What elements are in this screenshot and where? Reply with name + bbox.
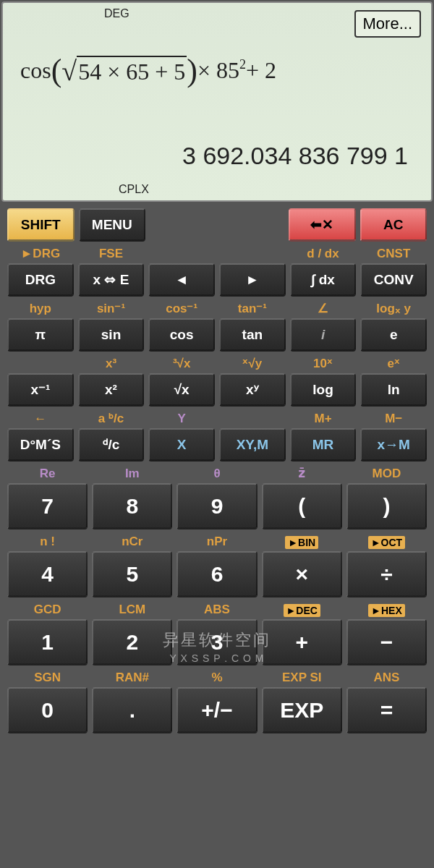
x-squared-button[interactable]: x² [78, 373, 145, 407]
dms-button[interactable]: D°M´S [7, 428, 74, 461]
decimal-button[interactable]: . [92, 687, 172, 733]
tan-button[interactable]: tan [219, 318, 286, 352]
sqrt-button[interactable]: √x [148, 373, 215, 407]
alt-labels-6: n ! nCr nPr ►BIN ►OCT [3, 532, 431, 549]
log-button[interactable]: log [290, 373, 357, 407]
result-display: 3 692.034 836 799 1 [182, 142, 408, 170]
digit-6-button[interactable]: 6 [176, 551, 257, 597]
x-to-m-button[interactable]: x→M [360, 428, 427, 461]
x-e-button[interactable]: x ⇔ E [78, 263, 145, 297]
drg-button[interactable]: DRG [7, 263, 74, 297]
digit-1-button[interactable]: 1 [7, 619, 88, 665]
close-paren-button[interactable]: ) [346, 483, 427, 529]
expression-display: cos(√54 × 65 + 5) × 852 + 2 [20, 52, 276, 89]
mr-button[interactable]: MR [290, 428, 357, 461]
conv-button[interactable]: CONV [360, 263, 427, 297]
keypad: SHIFT MENU ⬅✕ AC ►DRG FSE d / dx CNST DR… [0, 203, 434, 739]
sign-button[interactable]: +/− [176, 687, 257, 733]
x-inverse-button[interactable]: x⁻¹ [7, 373, 74, 407]
integral-button[interactable]: ∫ dx [290, 263, 357, 297]
e-button[interactable]: e [360, 318, 427, 352]
multiply-button[interactable]: × [262, 551, 342, 597]
all-clear-button[interactable]: AC [360, 208, 427, 242]
x-power-y-button[interactable]: xʸ [219, 373, 286, 407]
angle-mode-label: DEG [104, 7, 129, 20]
backspace-icon: ⬅✕ [310, 217, 333, 232]
alt-labels-4: ← a ᵇ/c Y M+ M− [3, 409, 431, 426]
alt-labels-8: SGN RAN# % EXP SI ANS [3, 668, 431, 685]
plus-button[interactable]: + [262, 619, 342, 665]
alt-labels-1: ►DRG FSE d / dx CNST [3, 244, 431, 261]
menu-button[interactable]: MENU [79, 208, 146, 242]
alt-labels-3: x³ ³√x ˣ√y 10ˣ eˣ [3, 354, 431, 371]
digit-4-button[interactable]: 4 [7, 551, 88, 597]
digit-8-button[interactable]: 8 [92, 483, 172, 529]
exp-button[interactable]: EXP [262, 687, 342, 733]
i-button[interactable]: i [290, 318, 357, 352]
open-paren-button[interactable]: ( [262, 483, 342, 529]
more-button[interactable]: More... [354, 10, 421, 38]
equals-button[interactable]: = [346, 687, 427, 733]
display-panel: DEG More... cos(√54 × 65 + 5) × 852 + 2 … [1, 1, 433, 202]
right-arrow-button[interactable]: ► [219, 263, 286, 297]
digit-3-button[interactable]: 3 [176, 619, 257, 665]
backspace-button[interactable]: ⬅✕ [289, 208, 356, 242]
pi-button[interactable]: π [7, 318, 74, 352]
shift-button[interactable]: SHIFT [7, 208, 75, 242]
digit-5-button[interactable]: 5 [92, 551, 172, 597]
alt-labels-5: Re Im θ z̄ MOD [3, 464, 431, 481]
xym-button[interactable]: XY,M [219, 428, 286, 461]
ln-button[interactable]: ln [360, 373, 427, 407]
digit-0-button[interactable]: 0 [7, 687, 88, 733]
alt-labels-7: GCD LCM ABS ►DEC ►HEX [3, 600, 431, 617]
complex-mode-label: CPLX [119, 183, 149, 196]
left-arrow-button[interactable]: ◄ [148, 263, 215, 297]
minus-button[interactable]: − [346, 619, 427, 665]
digit-2-button[interactable]: 2 [92, 619, 172, 665]
x-mem-button[interactable]: X [148, 428, 215, 461]
digit-7-button[interactable]: 7 [7, 483, 88, 529]
alt-labels-2: hyp sin⁻¹ cos⁻¹ tan⁻¹ ∠ logₓ y [3, 299, 431, 316]
divide-button[interactable]: ÷ [346, 551, 427, 597]
fraction-button[interactable]: ᵈ/c [78, 428, 145, 461]
sin-button[interactable]: sin [78, 318, 145, 352]
cos-button[interactable]: cos [148, 318, 215, 352]
digit-9-button[interactable]: 9 [176, 483, 257, 529]
